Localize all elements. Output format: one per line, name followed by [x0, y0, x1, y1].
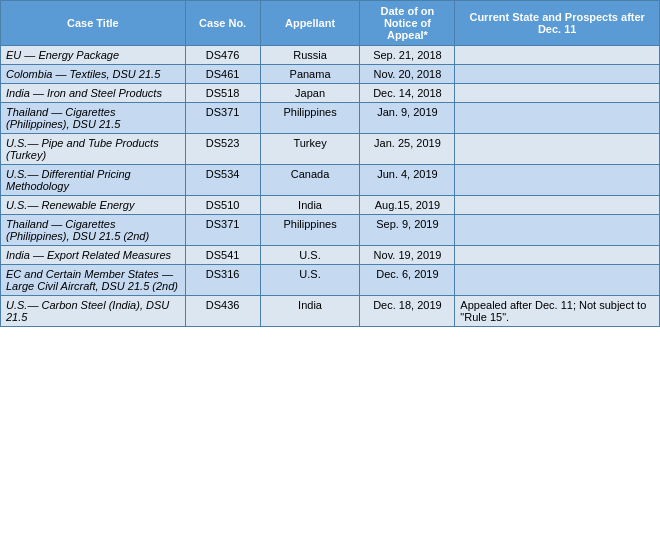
cell-case-no: DS510	[185, 196, 260, 215]
cell-date: Sep. 9, 2019	[360, 215, 455, 246]
cell-case-title: Thailand — Cigarettes (Philippines), DSU…	[1, 103, 186, 134]
table-row: Colombia — Textiles, DSU 21.5DS461Panama…	[1, 65, 660, 84]
cell-date: Dec. 18, 2019	[360, 296, 455, 327]
cell-case-no: DS371	[185, 215, 260, 246]
cell-appellant: Panama	[260, 65, 360, 84]
cell-state	[455, 196, 660, 215]
cell-state	[455, 265, 660, 296]
cell-case-title: U.S.— Carbon Steel (India), DSU 21.5	[1, 296, 186, 327]
header-date: Date of on Notice of Appeal*	[360, 1, 455, 46]
cell-state	[455, 215, 660, 246]
cell-case-no: DS436	[185, 296, 260, 327]
cell-date: Jan. 25, 2019	[360, 134, 455, 165]
cell-appellant: Canada	[260, 165, 360, 196]
cell-appellant: Turkey	[260, 134, 360, 165]
cell-case-title: India — Export Related Measures	[1, 246, 186, 265]
cell-state	[455, 46, 660, 65]
cell-date: Jan. 9, 2019	[360, 103, 455, 134]
table-row: India — Export Related MeasuresDS541U.S.…	[1, 246, 660, 265]
cell-case-title: U.S.— Pipe and Tube Products (Turkey)	[1, 134, 186, 165]
cell-case-no: DS541	[185, 246, 260, 265]
cell-state	[455, 84, 660, 103]
cell-appellant: Japan	[260, 84, 360, 103]
cell-date: Nov. 19, 2019	[360, 246, 455, 265]
cell-date: Sep. 21, 2018	[360, 46, 455, 65]
table-row: U.S.— Carbon Steel (India), DSU 21.5DS43…	[1, 296, 660, 327]
header-case-title: Case Title	[1, 1, 186, 46]
table-row: U.S.— Differential Pricing MethodologyDS…	[1, 165, 660, 196]
cell-date: Aug.15, 2019	[360, 196, 455, 215]
cell-state	[455, 134, 660, 165]
header-state: Current State and Prospects after Dec. 1…	[455, 1, 660, 46]
cell-appellant: U.S.	[260, 265, 360, 296]
cell-appellant: Philippines	[260, 103, 360, 134]
cell-case-title: Thailand — Cigarettes (Philippines), DSU…	[1, 215, 186, 246]
table-row: India — Iron and Steel ProductsDS518Japa…	[1, 84, 660, 103]
cell-appellant: India	[260, 296, 360, 327]
cell-state	[455, 165, 660, 196]
cell-case-title: EU — Energy Package	[1, 46, 186, 65]
table-row: Thailand — Cigarettes (Philippines), DSU…	[1, 103, 660, 134]
cell-case-no: DS461	[185, 65, 260, 84]
cell-case-title: U.S.— Differential Pricing Methodology	[1, 165, 186, 196]
cell-appellant: Russia	[260, 46, 360, 65]
table-row: U.S.— Renewable EnergyDS510IndiaAug.15, …	[1, 196, 660, 215]
cell-state	[455, 103, 660, 134]
cell-state	[455, 246, 660, 265]
cell-appellant: U.S.	[260, 246, 360, 265]
cell-case-no: DS371	[185, 103, 260, 134]
cell-case-no: DS523	[185, 134, 260, 165]
table-row: U.S.— Pipe and Tube Products (Turkey)DS5…	[1, 134, 660, 165]
cell-state: Appealed after Dec. 11; Not subject to "…	[455, 296, 660, 327]
table-row: Thailand — Cigarettes (Philippines), DSU…	[1, 215, 660, 246]
header-case-no: Case No.	[185, 1, 260, 46]
cell-date: Nov. 20, 2018	[360, 65, 455, 84]
table-row: EU — Energy PackageDS476RussiaSep. 21, 2…	[1, 46, 660, 65]
cell-date: Dec. 6, 2019	[360, 265, 455, 296]
cell-case-no: DS534	[185, 165, 260, 196]
cell-case-title: Colombia — Textiles, DSU 21.5	[1, 65, 186, 84]
cell-appellant: Philippines	[260, 215, 360, 246]
table-row: EC and Certain Member States — Large Civ…	[1, 265, 660, 296]
cell-state	[455, 65, 660, 84]
cell-case-title: U.S.— Renewable Energy	[1, 196, 186, 215]
cell-case-title: EC and Certain Member States — Large Civ…	[1, 265, 186, 296]
cell-case-no: DS316	[185, 265, 260, 296]
cell-case-title: India — Iron and Steel Products	[1, 84, 186, 103]
cell-case-no: DS518	[185, 84, 260, 103]
cell-date: Jun. 4, 2019	[360, 165, 455, 196]
header-appellant: Appellant	[260, 1, 360, 46]
cell-date: Dec. 14, 2018	[360, 84, 455, 103]
cell-case-no: DS476	[185, 46, 260, 65]
cell-appellant: India	[260, 196, 360, 215]
cases-table: Case Title Case No. Appellant Date of on…	[0, 0, 660, 327]
